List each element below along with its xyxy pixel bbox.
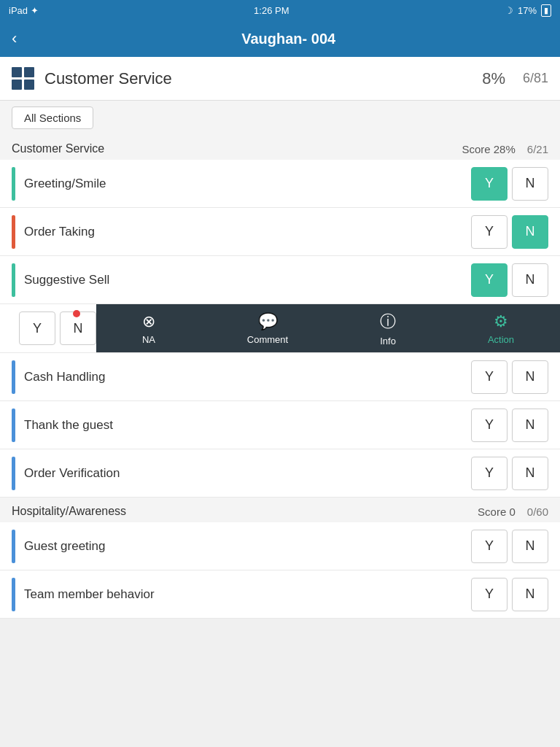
app-icon <box>12 67 34 90</box>
toolbar-info[interactable]: ⓘ Info <box>368 305 408 352</box>
toolbar-row: Y N ⊗ NA 💬 Comment ⓘ Info ⚙ Action <box>0 304 560 353</box>
list-item: Greeting/Smile Y N <box>0 160 560 208</box>
item-label: Guest greeting <box>24 539 471 554</box>
app-fraction: 6/81 <box>523 71 548 86</box>
indicator-green <box>12 167 15 201</box>
n-button[interactable]: N <box>512 167 548 201</box>
toolbar-na[interactable]: ⊗ NA <box>131 306 167 351</box>
hospitality-section-header: Hospitality/Awareness Score 0 0/60 <box>0 498 560 522</box>
y-button[interactable]: Y <box>471 530 508 563</box>
indicator-blue <box>12 530 15 563</box>
n-button[interactable]: N <box>512 360 548 394</box>
info-label: Info <box>380 336 396 347</box>
battery-icon: ▮ <box>541 4 551 17</box>
y-button[interactable]: Y <box>471 263 508 297</box>
na-label: NA <box>142 334 155 345</box>
app-title-row: Customer Service 8% 6/81 <box>0 57 560 101</box>
yn-group: Y N <box>471 263 548 297</box>
list-item: Order Taking Y N <box>0 208 560 256</box>
hosp-section-score: Score 0 <box>478 506 516 518</box>
item-label: Suggestive Sell <box>24 273 471 287</box>
y-button[interactable]: Y <box>471 457 508 490</box>
list-item: Cash Handling Y N <box>0 353 560 401</box>
indicator-blue <box>12 409 15 442</box>
yn-group: Y N <box>471 167 548 201</box>
app-title: Customer Service <box>44 69 482 88</box>
status-left: iPad ✦ <box>9 5 39 16</box>
item-label: Order Verification <box>24 466 471 481</box>
toolbar-bar: ⊗ NA 💬 Comment ⓘ Info ⚙ Action <box>96 304 560 352</box>
indicator-blue <box>12 360 15 394</box>
sections-row: All Sections <box>0 101 560 135</box>
yn-group: Y N <box>471 530 548 563</box>
item-label: Cash Handling <box>24 370 471 384</box>
app-icon-sq2 <box>24 67 34 77</box>
y-button[interactable]: Y <box>471 360 508 394</box>
action-label: Action <box>488 334 514 345</box>
app-icon-sq4 <box>24 80 34 90</box>
status-right: ☽ 17% ▮ <box>505 4 551 17</box>
y-button[interactable]: Y <box>471 167 508 201</box>
app-icon-sq3 <box>12 80 22 90</box>
y-button[interactable]: Y <box>19 311 55 345</box>
moon-icon: ☽ <box>505 5 513 16</box>
battery-level: 17% <box>518 5 537 16</box>
back-button[interactable]: ‹ <box>12 29 17 48</box>
status-ipad: iPad ✦ <box>9 5 39 16</box>
cs-section-fraction: 6/21 <box>527 143 548 155</box>
list-item: Suggestive Sell Y N <box>0 256 560 304</box>
item-label: Order Taking <box>24 225 471 239</box>
n-button[interactable]: N <box>512 215 548 249</box>
info-icon: ⓘ <box>380 311 396 333</box>
indicator-blue <box>12 457 15 490</box>
y-button[interactable]: Y <box>471 215 508 249</box>
n-button[interactable]: N <box>512 530 548 563</box>
yn-group: Y N <box>471 215 548 249</box>
all-sections-button[interactable]: All Sections <box>12 107 93 129</box>
yn-group: Y N <box>471 578 548 611</box>
dot-indicator <box>73 310 80 317</box>
customer-service-section-header: Customer Service Score 28% 6/21 <box>0 135 560 160</box>
y-button[interactable]: Y <box>471 578 508 611</box>
list-item: Order Verification Y N <box>0 449 560 498</box>
toolbar-action[interactable]: ⚙ Action <box>476 306 526 351</box>
list-item: Thank the guest Y N <box>0 401 560 449</box>
y-button[interactable]: Y <box>471 409 508 442</box>
comment-icon: 💬 <box>258 312 278 331</box>
hosp-section-fraction: 0/60 <box>527 506 548 518</box>
header: ‹ Vaughan- 004 <box>0 20 560 57</box>
status-time: 1:26 PM <box>254 5 289 16</box>
item-label: Team member behavior <box>24 587 471 602</box>
n-button[interactable]: N <box>512 457 548 490</box>
header-title: Vaughan- 004 <box>28 31 548 47</box>
hosp-section-title: Hospitality/Awareness <box>12 505 478 518</box>
status-bar: iPad ✦ 1:26 PM ☽ 17% ▮ <box>0 0 560 20</box>
gear-icon: ⚙ <box>494 312 508 331</box>
yn-group: Y N <box>471 457 548 490</box>
na-icon: ⊗ <box>142 312 155 331</box>
toolbar-comment[interactable]: 💬 Comment <box>236 306 300 351</box>
yn-left-group: Y N <box>19 311 96 345</box>
comment-label: Comment <box>247 334 288 345</box>
indicator-red <box>12 215 15 249</box>
app-icon-sq1 <box>12 67 22 77</box>
item-label: Greeting/Smile <box>24 177 471 191</box>
indicator-blue <box>12 578 15 611</box>
app-percentage: 8% <box>482 69 505 88</box>
yn-group: Y N <box>471 409 548 442</box>
list-item: Team member behavior Y N <box>0 570 560 619</box>
cs-section-title: Customer Service <box>12 142 462 155</box>
n-button[interactable]: N <box>512 578 548 611</box>
n-button[interactable]: N <box>512 409 548 442</box>
yn-group: Y N <box>471 360 548 394</box>
n-button[interactable]: N <box>512 263 548 297</box>
cs-section-score: Score 28% <box>462 143 515 155</box>
indicator-green <box>12 263 15 297</box>
item-label: Thank the guest <box>24 418 471 433</box>
list-item: Guest greeting Y N <box>0 522 560 570</box>
